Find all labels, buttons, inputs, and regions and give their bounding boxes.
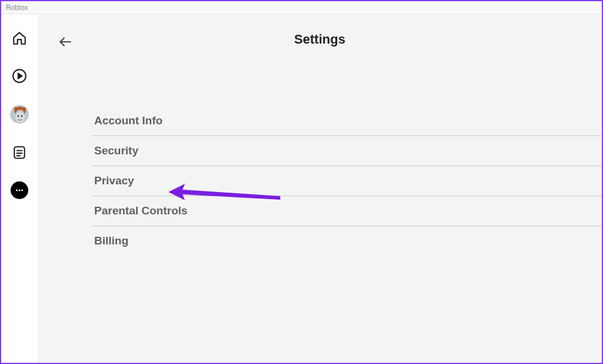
svg-point-10 [16,190,18,191]
window-title: Roblox [6,4,28,12]
svg-point-4 [18,115,19,117]
settings-list: Account Info Security Privacy Parental C… [92,106,602,256]
settings-item-security[interactable]: Security [92,136,602,166]
back-button[interactable] [57,33,74,51]
main-content: Settings Account Info Security Privacy P… [38,14,602,363]
app-window: Roblox [0,0,603,364]
more-icon[interactable] [11,181,28,199]
play-icon[interactable] [11,67,28,85]
settings-item-account-info[interactable]: Account Info [92,106,602,136]
body-area: Settings Account Info Security Privacy P… [1,14,602,363]
svg-point-12 [21,190,23,191]
svg-point-11 [19,190,21,191]
avatar[interactable] [10,105,29,124]
svg-point-5 [21,115,23,117]
sidebar [1,14,38,363]
notes-icon[interactable] [11,144,28,161]
settings-item-privacy[interactable]: Privacy [92,166,602,196]
svg-marker-1 [18,74,22,79]
settings-item-parental-controls[interactable]: Parental Controls [92,196,602,226]
home-icon[interactable] [11,29,28,47]
svg-point-3 [15,112,25,123]
settings-item-billing[interactable]: Billing [92,226,602,256]
page-title: Settings [38,32,602,47]
titlebar: Roblox [1,1,602,14]
